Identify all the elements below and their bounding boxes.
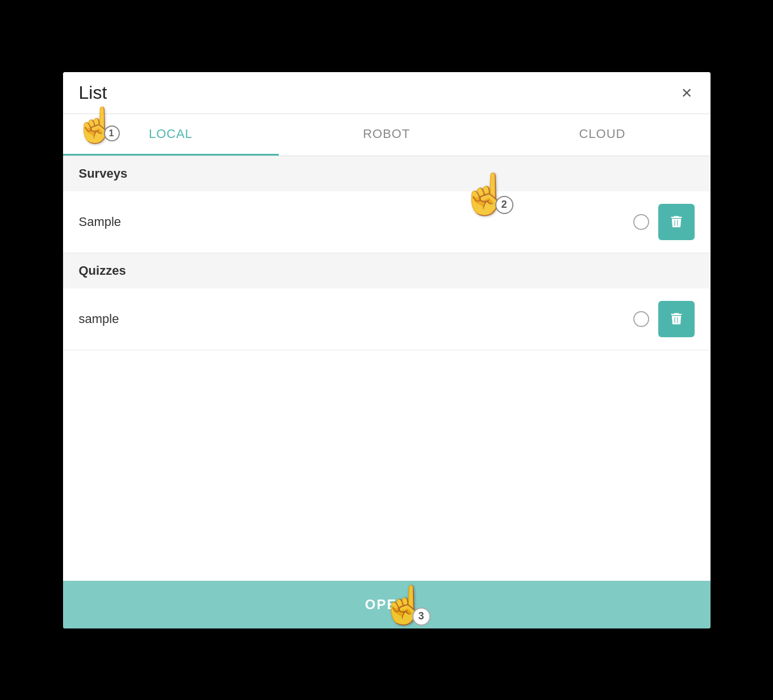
close-button[interactable]: ×	[679, 83, 695, 102]
trash-icon	[668, 214, 684, 230]
dialog-footer: OPEN ☝ 3	[63, 581, 711, 628]
tab-robot[interactable]: ROBOT	[279, 114, 495, 156]
dialog-content: Surveys Sample ☝ 2 Quizzes sample	[63, 156, 711, 581]
dialog-title: List	[79, 82, 107, 103]
list-item: Sample ☝ 2	[63, 191, 711, 253]
tab-cloud[interactable]: CLOUD	[495, 114, 711, 156]
list-item: sample	[63, 288, 711, 350]
quiz-delete-button[interactable]	[658, 301, 695, 337]
tab-local[interactable]: LOCAL ☝ 1	[63, 114, 279, 156]
survey-delete-button[interactable]	[658, 204, 695, 240]
survey-radio-button[interactable]	[633, 214, 649, 230]
survey-item-name: Sample	[79, 215, 633, 229]
dialog-header: List ×	[63, 72, 711, 114]
quizzes-section-header: Quizzes	[63, 253, 711, 288]
quiz-radio-button[interactable]	[633, 311, 649, 327]
open-button[interactable]: OPEN	[365, 597, 408, 613]
trash-icon	[668, 311, 684, 327]
list-dialog: List × LOCAL ☝ 1 ROBOT CLOUD Surveys	[63, 72, 711, 628]
surveys-section-header: Surveys	[63, 156, 711, 191]
tabs-bar: LOCAL ☝ 1 ROBOT CLOUD	[63, 114, 711, 156]
quiz-item-name: sample	[79, 312, 633, 326]
